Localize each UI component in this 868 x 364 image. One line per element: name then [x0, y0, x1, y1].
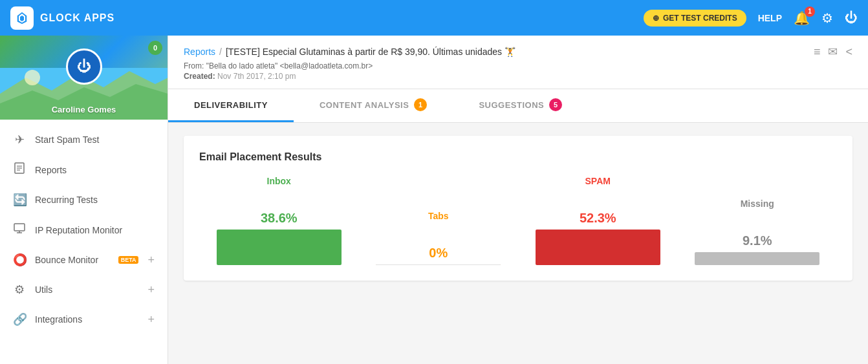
sidebar-item-start-spam-test[interactable]: ✈ Start Spam Test	[0, 125, 168, 155]
main-layout: 0 ⏻ Caroline Gomes ✈ Start Spam Test Rep	[0, 36, 868, 364]
sidebar-item-label: Start Spam Test	[35, 134, 155, 145]
inbox-label: Inbox	[267, 176, 291, 186]
inbox-column: Inbox 38.6%	[199, 176, 359, 265]
credits-icon: ⊕	[653, 14, 659, 23]
from-row: From: "Bella do lado atleta" <bella@lado…	[184, 61, 852, 70]
tab-content-analysis-label: CONTENT ANALYSIS	[320, 100, 409, 110]
sidebar-item-ip-reputation-monitor[interactable]: IP Reputation Monitor	[0, 215, 168, 245]
spam-bar-el	[536, 230, 660, 265]
missing-label: Missing	[741, 198, 774, 209]
sidebar-item-label: Bounce Monitor	[35, 255, 109, 265]
tabs-bar-container: 0%	[365, 246, 512, 265]
profile-name: Caroline Gomes	[0, 105, 168, 114]
content-header: Reports / [TESTE] Especial Glutaminas à …	[168, 36, 868, 89]
suggestions-badge: 5	[549, 98, 562, 111]
tabs-label: Tabs	[428, 211, 449, 221]
beta-badge: beta	[118, 256, 139, 264]
sidebar-item-bounce-monitor[interactable]: ⭕ Bounce Monitor beta +	[0, 245, 168, 275]
header-actions: ⊕ GET TEST CREDITS HELP 🔔 1 ⚙ ⏻	[644, 10, 858, 27]
content-area: Reports / [TESTE] Especial Glutaminas à …	[168, 36, 868, 364]
expand-icon[interactable]: +	[147, 313, 155, 327]
menu-icon[interactable]: ≡	[814, 45, 821, 59]
content-body: Email Placement Results Inbox 38.6% Tabs	[168, 123, 868, 364]
logo-icon	[10, 6, 34, 30]
sidebar-item-integrations[interactable]: 🔗 Integrations +	[0, 305, 168, 334]
tabs-bar: DELIVERABILITY CONTENT ANALYSIS 1 SUGGES…	[168, 89, 868, 123]
inbox-pct: 38.6%	[261, 211, 298, 226]
settings-button[interactable]: ⚙	[821, 10, 833, 26]
tab-content-analysis[interactable]: CONTENT ANALYSIS 1	[294, 89, 453, 122]
tabs-column: Tabs 0%	[359, 211, 519, 265]
bounce-icon: ⭕	[13, 253, 26, 267]
power-button[interactable]: ⏻	[845, 10, 858, 25]
app-header: GLOCK APPS ⊕ GET TEST CREDITS HELP 🔔 1 ⚙…	[0, 0, 868, 36]
profile-badge: 0	[148, 41, 162, 55]
spam-bar-container: 52.3%	[525, 211, 671, 265]
inbox-bar	[217, 230, 342, 265]
tab-deliverability-label: DELIVERABILITY	[194, 100, 268, 110]
send-icon: ✈	[13, 133, 26, 147]
placement-results-card: Email Placement Results Inbox 38.6% Tabs	[184, 136, 852, 281]
breadcrumb: Reports / [TESTE] Especial Glutaminas à …	[184, 47, 515, 57]
header-action-icons: ≡ ✉ <	[814, 45, 852, 59]
share-icon[interactable]: <	[845, 45, 852, 59]
missing-bar-el	[695, 252, 819, 265]
sidebar-item-reports[interactable]: Reports	[0, 155, 168, 185]
spam-pct: 52.3%	[580, 211, 616, 226]
tabs-pct: 0%	[429, 246, 448, 261]
svg-rect-11	[14, 224, 25, 231]
inbox-bar-container: 38.6%	[206, 211, 353, 265]
sidebar-item-recurring-tests[interactable]: 🔄 Recurring Tests	[0, 185, 168, 215]
sidebar-item-label: Integrations	[35, 314, 138, 325]
missing-column: Missing 9.1%	[678, 198, 838, 265]
expand-icon[interactable]: +	[147, 283, 155, 297]
avatar: ⏻	[66, 48, 102, 85]
breadcrumb-row: Reports / [TESTE] Especial Glutaminas à …	[184, 45, 852, 59]
sidebar: 0 ⏻ Caroline Gomes ✈ Start Spam Test Rep	[0, 36, 168, 364]
placement-grid: Inbox 38.6% Tabs 0%	[199, 176, 837, 265]
email-icon[interactable]: ✉	[828, 45, 838, 59]
integrations-icon: 🔗	[13, 312, 26, 327]
content-analysis-badge: 1	[414, 98, 427, 111]
expand-icon[interactable]: +	[147, 253, 155, 267]
monitor-icon	[13, 222, 26, 237]
tab-suggestions[interactable]: SUGGESTIONS 5	[453, 89, 588, 122]
app-logo: GLOCK APPS	[10, 6, 114, 30]
sidebar-item-label: IP Reputation Monitor	[35, 225, 155, 235]
recurring-icon: 🔄	[13, 193, 26, 207]
sidebar-item-label: Utils	[35, 284, 138, 295]
notifications-button[interactable]: 🔔 1	[794, 10, 810, 26]
created-label: Created:	[184, 72, 215, 81]
get-credits-button[interactable]: ⊕ GET TEST CREDITS	[644, 10, 746, 27]
svg-point-6	[25, 70, 40, 85]
missing-pct: 9.1%	[743, 233, 772, 248]
app-title: GLOCK APPS	[40, 12, 114, 24]
sidebar-item-label: Recurring Tests	[35, 195, 155, 205]
tabs-bar-el	[376, 264, 501, 265]
breadcrumb-separator: /	[219, 47, 222, 57]
breadcrumb-reports-link[interactable]: Reports	[184, 47, 215, 57]
help-link[interactable]: HELP	[758, 13, 782, 23]
spam-column: SPAM 52.3%	[518, 176, 678, 265]
sidebar-profile: 0 ⏻ Caroline Gomes	[0, 36, 168, 120]
spam-label: SPAM	[585, 176, 611, 186]
notification-badge: 1	[805, 6, 815, 17]
sidebar-item-label: Reports	[35, 165, 155, 175]
tab-suggestions-label: SUGGESTIONS	[479, 100, 544, 110]
sidebar-item-utils[interactable]: ⚙ Utils +	[0, 275, 168, 305]
created-row: Created: Nov 7th 2017, 2:10 pm	[184, 72, 852, 89]
utils-icon: ⚙	[13, 283, 26, 297]
missing-bar-container: 9.1%	[684, 233, 831, 265]
created-value: Nov 7th 2017, 2:10 pm	[217, 72, 296, 81]
sidebar-nav: ✈ Start Spam Test Reports 🔄 Recurring Te…	[0, 120, 168, 364]
tab-deliverability[interactable]: DELIVERABILITY	[168, 89, 294, 122]
breadcrumb-current: [TESTE] Especial Glutaminas à partir de …	[226, 47, 515, 57]
reports-icon	[13, 162, 26, 177]
card-title: Email Placement Results	[199, 151, 837, 163]
